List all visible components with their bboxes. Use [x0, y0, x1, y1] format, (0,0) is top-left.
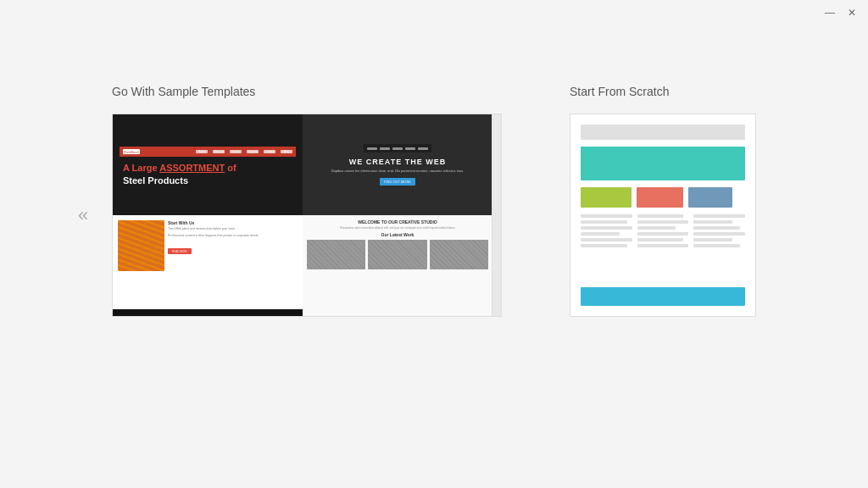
nav-item: Home: [196, 150, 208, 153]
cell3-footer: [113, 309, 303, 316]
main-content: Go With Sample Templates « RealSteel Hom…: [0, 0, 868, 488]
scratch-blocks-row: [581, 187, 745, 208]
templates-section: Go With Sample Templates « RealSteel Hom…: [112, 85, 502, 317]
site-cell-create: WE CREATE THE WEB Dapibus ornare leo ele…: [303, 114, 492, 215]
cell3-text: Start With Us Trust With plans and dream…: [168, 220, 298, 311]
templates-label: Go With Sample Templates: [112, 85, 255, 98]
nav-dot: [392, 147, 403, 150]
scratch-block-green: [581, 187, 632, 208]
minimize-button[interactable]: —: [824, 7, 836, 19]
site-logo: RealSteel: [123, 149, 140, 154]
scratch-footer-bar: [581, 287, 745, 306]
site-nav-2: [364, 144, 431, 152]
scratch-line: [693, 244, 740, 247]
template-preview[interactable]: RealSteel Home About Us Service Projects…: [112, 114, 502, 317]
scratch-preview[interactable]: [570, 114, 756, 317]
hero-line1: A Large ASSORTMENT of: [123, 163, 236, 173]
prev-template-arrow[interactable]: «: [78, 204, 88, 226]
scratch-line: [637, 232, 689, 236]
cell4-images: [307, 240, 488, 269]
scratch-line: [581, 220, 627, 224]
nav-dot: [405, 147, 415, 150]
site-cell-work: WELCOME TO OUR CREATIVE STUDIO Reputandu…: [303, 215, 492, 316]
scratch-line: [693, 220, 732, 224]
hero-title: A Large ASSORTMENT of Steel Products: [123, 162, 296, 186]
scratch-line: [637, 214, 684, 218]
cell4-img-3: [430, 240, 488, 269]
nav-item: Service: [230, 150, 242, 153]
cell3-image: [118, 220, 164, 271]
scratch-section: Start From Scratch: [570, 85, 756, 317]
scratch-col-1: [581, 214, 632, 280]
scratch-line: [637, 220, 689, 224]
template-preview-container: « RealSteel Home About Us Service: [112, 114, 502, 317]
scratch-lines-area: [581, 214, 745, 280]
cell3-cta: READ MORE: [168, 248, 192, 254]
nav-dot: [380, 147, 390, 150]
scratch-line: [637, 244, 689, 247]
nav-item: Blog: [281, 150, 292, 153]
nav-item: Projects: [247, 150, 259, 153]
scratch-line: [693, 232, 745, 236]
scratch-line: [581, 214, 632, 218]
wcw-cta: FIND OUT MORE: [380, 178, 415, 186]
cell4-img-2: [368, 240, 426, 269]
cell4-img-1: [307, 240, 365, 269]
cell3-body1: Trust With plans and dreams that makes y…: [168, 227, 298, 231]
cell4-welcome: WELCOME TO OUR CREATIVE STUDIO: [307, 219, 488, 225]
scratch-line: [693, 226, 740, 230]
nav-dot: [367, 147, 377, 150]
wcw-subtitle: Dapibus ornare leo elementum vitae, erat…: [331, 169, 465, 174]
scratch-header-bar: [581, 125, 745, 140]
cell4-heading: Our Latest Work: [307, 232, 488, 237]
scratch-line: [581, 226, 632, 230]
hero-line2: Steel Products: [123, 175, 188, 186]
scratch-line: [637, 226, 676, 230]
scratch-line: [693, 238, 732, 241]
nav-item: About Us: [213, 150, 225, 153]
scratch-block-red: [637, 187, 683, 208]
scratch-line: [581, 232, 620, 236]
cell3-heading: Start With Us: [168, 220, 298, 225]
site-preview: RealSteel Home About Us Service Projects…: [113, 114, 492, 316]
close-button[interactable]: ✕: [846, 7, 858, 19]
scratch-col-3: [693, 214, 745, 280]
scratch-hero-block: [581, 147, 745, 180]
site-cell-hero: RealSteel Home About Us Service Projects…: [113, 114, 303, 215]
cell3-body2: Professional content it often happens th…: [168, 234, 298, 238]
site-cell-start: Start With Us Trust With plans and dream…: [113, 215, 303, 316]
scratch-line: [693, 214, 745, 218]
scratch-line: [581, 244, 627, 247]
hero-highlight: ASSORTMENT: [159, 163, 225, 173]
scratch-line: [581, 238, 632, 241]
scratch-block-blue: [688, 187, 732, 208]
site-nav-bar: RealSteel Home About Us Service Projects…: [120, 147, 296, 157]
title-bar: — ✕: [814, 0, 868, 25]
nav-item: Contact: [264, 150, 275, 153]
nav-dot: [418, 147, 428, 150]
scratch-line: [637, 238, 684, 241]
scratch-label: Start From Scratch: [570, 85, 669, 98]
hero-text: A Large ASSORTMENT of Steel Products: [120, 162, 296, 186]
cell4-subtitle: Reputandus optio consectetur adipisci ve…: [307, 226, 488, 230]
wcw-title: WE CREATE THE WEB: [349, 158, 446, 166]
site-nav-items: Home About Us Service Projects Contact B…: [196, 150, 292, 153]
scratch-col-2: [637, 214, 689, 280]
